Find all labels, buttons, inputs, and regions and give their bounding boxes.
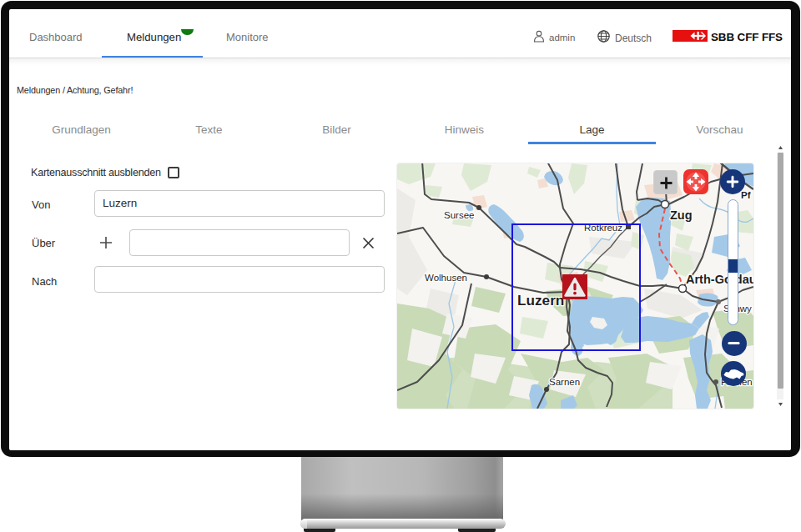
- svg-text:Zug: Zug: [670, 208, 693, 222]
- svg-text:Wolhusen: Wolhusen: [425, 273, 467, 283]
- svg-text:Sursee: Sursee: [444, 210, 474, 220]
- svg-text:Sarnen: Sarnen: [549, 377, 580, 387]
- svg-text:Arth-Goldau: Arth-Goldau: [686, 273, 753, 286]
- svg-text:Luzern: Luzern: [517, 292, 564, 309]
